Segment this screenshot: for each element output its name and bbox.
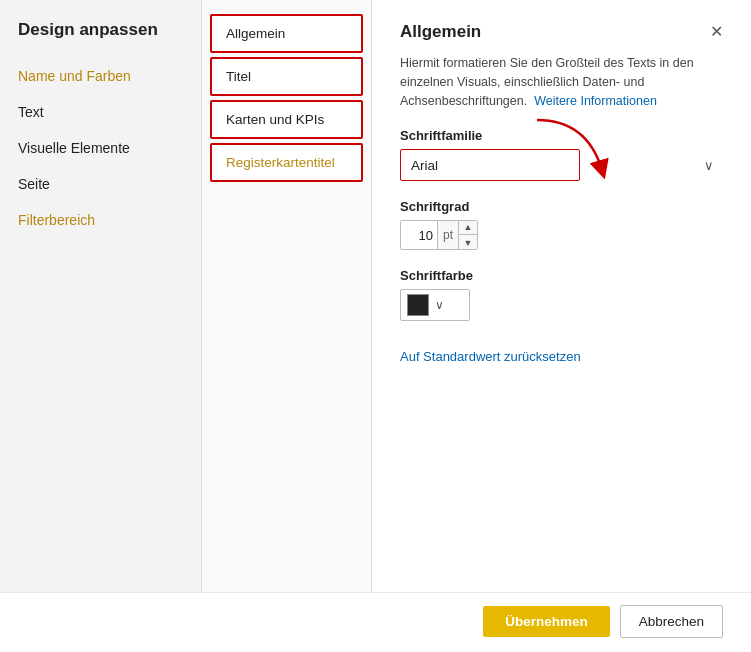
font-size-input-group: pt ▲ ▼ bbox=[400, 220, 478, 250]
sidebar-item-filterbereich[interactable]: Filterbereich bbox=[0, 202, 201, 238]
sidebar-title: Design anpassen bbox=[0, 20, 201, 58]
font-size-increment-button[interactable]: ▲ bbox=[459, 220, 477, 235]
sidebar-item-name-farben[interactable]: Name und Farben bbox=[0, 58, 201, 94]
font-size-label: Schriftgrad bbox=[400, 199, 723, 214]
apply-button[interactable]: Übernehmen bbox=[483, 606, 610, 637]
close-button[interactable]: ✕ bbox=[710, 24, 723, 40]
font-size-input[interactable] bbox=[401, 220, 437, 250]
description: Hiermit formatieren Sie den Großteil des… bbox=[400, 54, 723, 110]
font-color-swatch bbox=[407, 294, 429, 316]
sidebar-item-text[interactable]: Text bbox=[0, 94, 201, 130]
dialog-body: Design anpassen Name und Farben Text Vis… bbox=[0, 0, 751, 592]
font-size-decrement-button[interactable]: ▼ bbox=[459, 235, 477, 250]
cancel-button[interactable]: Abbrechen bbox=[620, 605, 723, 638]
font-family-select[interactable]: Arial Calibri Times New Roman Verdana bbox=[400, 149, 580, 181]
more-info-link[interactable]: Weitere Informationen bbox=[534, 94, 657, 108]
font-family-chevron-icon: ∨ bbox=[704, 158, 714, 173]
font-size-arrows: ▲ ▼ bbox=[458, 220, 477, 250]
right-panel: Allgemein ✕ Hiermit formatieren Sie den … bbox=[372, 0, 751, 592]
dialog-footer: Übernehmen Abbrechen bbox=[0, 592, 751, 652]
design-dialog: Design anpassen Name und Farben Text Vis… bbox=[0, 0, 751, 652]
sidebar-item-seite[interactable]: Seite bbox=[0, 166, 201, 202]
right-panel-header: Allgemein ✕ bbox=[400, 22, 723, 50]
font-size-unit: pt bbox=[437, 220, 458, 250]
font-size-wrap: pt ▲ ▼ bbox=[400, 220, 723, 250]
right-panel-title: Allgemein bbox=[400, 22, 481, 42]
font-color-wrap: ∨ bbox=[400, 289, 723, 321]
mid-item-allgemein[interactable]: Allgemein bbox=[210, 14, 363, 53]
mid-item-registerkartentitel[interactable]: Registerkartentitel bbox=[210, 143, 363, 182]
font-family-label: Schriftfamilie bbox=[400, 128, 723, 143]
mid-panel: Allgemein Titel Karten und KPIs Register… bbox=[202, 0, 372, 592]
font-color-label: Schriftfarbe bbox=[400, 268, 723, 283]
font-family-select-wrap: Arial Calibri Times New Roman Verdana ∨ bbox=[400, 149, 723, 181]
font-color-chevron-icon: ∨ bbox=[435, 298, 444, 312]
font-color-picker[interactable]: ∨ bbox=[400, 289, 470, 321]
sidebar-item-visuelle-elemente[interactable]: Visuelle Elemente bbox=[0, 130, 201, 166]
reset-link[interactable]: Auf Standardwert zurücksetzen bbox=[400, 349, 723, 364]
mid-item-karten-kpis[interactable]: Karten und KPIs bbox=[210, 100, 363, 139]
sidebar: Design anpassen Name und Farben Text Vis… bbox=[0, 0, 202, 592]
mid-item-titel[interactable]: Titel bbox=[210, 57, 363, 96]
